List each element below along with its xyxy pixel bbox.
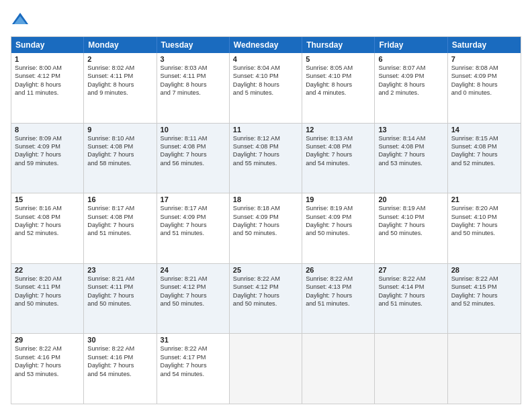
day-header-wednesday: Wednesday xyxy=(230,37,302,53)
day-cell-15: 15Sunrise: 8:16 AMSunset: 4:08 PMDayligh… xyxy=(11,193,84,263)
calendar-row-1: 8Sunrise: 8:09 AMSunset: 4:09 PMDaylight… xyxy=(11,123,521,193)
cell-text: Sunrise: 8:22 AMSunset: 4:12 PMDaylight:… xyxy=(233,275,298,308)
day-number: 23 xyxy=(87,266,152,274)
calendar-row-0: 1Sunrise: 8:00 AMSunset: 4:12 PMDaylight… xyxy=(11,53,521,123)
day-cell-8: 8Sunrise: 8:09 AMSunset: 4:09 PMDaylight… xyxy=(11,124,84,193)
day-number: 7 xyxy=(451,55,517,63)
day-number: 3 xyxy=(161,55,226,63)
cell-text: Sunrise: 8:10 AMSunset: 4:08 PMDaylight:… xyxy=(87,134,152,168)
calendar-header: SundayMondayTuesdayWednesdayThursdayFrid… xyxy=(11,37,521,53)
day-number: 16 xyxy=(87,195,152,203)
calendar-row-3: 22Sunrise: 8:20 AMSunset: 4:11 PMDayligh… xyxy=(11,263,521,334)
cell-text: Sunrise: 8:08 AMSunset: 4:09 PMDaylight:… xyxy=(451,64,517,97)
cell-text: Sunrise: 8:17 AMSunset: 4:08 PMDaylight:… xyxy=(87,204,152,238)
day-cell-3: 3Sunrise: 8:03 AMSunset: 4:11 PMDaylight… xyxy=(157,53,230,123)
day-cell-19: 19Sunrise: 8:19 AMSunset: 4:09 PMDayligh… xyxy=(302,193,375,263)
empty-cell xyxy=(448,334,521,404)
day-number: 19 xyxy=(306,195,371,203)
day-cell-12: 12Sunrise: 8:13 AMSunset: 4:08 PMDayligh… xyxy=(302,124,375,193)
day-number: 27 xyxy=(378,266,443,274)
cell-text: Sunrise: 8:22 AMSunset: 4:15 PMDaylight:… xyxy=(451,275,517,308)
cell-text: Sunrise: 8:05 AMSunset: 4:10 PMDaylight:… xyxy=(306,64,371,97)
page: SundayMondayTuesdayWednesdayThursdayFrid… xyxy=(0,0,532,411)
day-cell-4: 4Sunrise: 8:04 AMSunset: 4:10 PMDaylight… xyxy=(230,53,302,123)
cell-text: Sunrise: 8:22 AMSunset: 4:14 PMDaylight:… xyxy=(378,275,443,308)
cell-text: Sunrise: 8:19 AMSunset: 4:09 PMDaylight:… xyxy=(306,204,371,238)
cell-text: Sunrise: 8:03 AMSunset: 4:11 PMDaylight:… xyxy=(161,64,226,97)
day-cell-1: 1Sunrise: 8:00 AMSunset: 4:12 PMDaylight… xyxy=(11,53,84,123)
day-cell-7: 7Sunrise: 8:08 AMSunset: 4:09 PMDaylight… xyxy=(448,53,521,123)
day-cell-24: 24Sunrise: 8:21 AMSunset: 4:12 PMDayligh… xyxy=(157,264,230,334)
day-number: 17 xyxy=(161,195,226,203)
day-number: 29 xyxy=(15,336,80,344)
day-number: 15 xyxy=(15,195,80,203)
cell-text: Sunrise: 8:11 AMSunset: 4:08 PMDaylight:… xyxy=(161,134,226,168)
calendar-row-2: 15Sunrise: 8:16 AMSunset: 4:08 PMDayligh… xyxy=(11,193,521,263)
day-header-sunday: Sunday xyxy=(11,37,84,53)
day-number: 13 xyxy=(378,126,443,134)
empty-cell xyxy=(375,334,447,404)
empty-cell xyxy=(302,334,375,404)
day-number: 25 xyxy=(233,266,298,274)
day-number: 18 xyxy=(233,195,298,203)
cell-text: Sunrise: 8:20 AMSunset: 4:11 PMDaylight:… xyxy=(15,275,80,308)
cell-text: Sunrise: 8:15 AMSunset: 4:08 PMDaylight:… xyxy=(451,134,517,168)
day-number: 10 xyxy=(161,126,226,134)
day-cell-6: 6Sunrise: 8:07 AMSunset: 4:09 PMDaylight… xyxy=(375,53,447,123)
day-cell-25: 25Sunrise: 8:22 AMSunset: 4:12 PMDayligh… xyxy=(230,264,302,334)
cell-text: Sunrise: 8:20 AMSunset: 4:10 PMDaylight:… xyxy=(451,204,517,238)
day-header-monday: Monday xyxy=(84,37,157,53)
cell-text: Sunrise: 8:09 AMSunset: 4:09 PMDaylight:… xyxy=(15,134,80,168)
day-number: 21 xyxy=(451,195,517,203)
day-header-saturday: Saturday xyxy=(448,37,521,53)
cell-text: Sunrise: 8:04 AMSunset: 4:10 PMDaylight:… xyxy=(233,64,298,97)
cell-text: Sunrise: 8:12 AMSunset: 4:08 PMDaylight:… xyxy=(233,134,298,168)
day-number: 1 xyxy=(15,55,80,63)
day-number: 12 xyxy=(306,126,371,134)
day-number: 5 xyxy=(306,55,371,63)
cell-text: Sunrise: 8:17 AMSunset: 4:09 PMDaylight:… xyxy=(161,204,226,238)
cell-text: Sunrise: 8:13 AMSunset: 4:08 PMDaylight:… xyxy=(306,134,371,168)
day-cell-11: 11Sunrise: 8:12 AMSunset: 4:08 PMDayligh… xyxy=(230,124,302,193)
cell-text: Sunrise: 8:22 AMSunset: 4:16 PMDaylight:… xyxy=(15,345,80,378)
day-number: 20 xyxy=(378,195,443,203)
day-cell-28: 28Sunrise: 8:22 AMSunset: 4:15 PMDayligh… xyxy=(448,264,521,334)
cell-text: Sunrise: 8:02 AMSunset: 4:11 PMDaylight:… xyxy=(87,64,152,97)
empty-cell xyxy=(230,334,302,404)
calendar-body: 1Sunrise: 8:00 AMSunset: 4:12 PMDaylight… xyxy=(11,53,521,404)
day-cell-14: 14Sunrise: 8:15 AMSunset: 4:08 PMDayligh… xyxy=(448,124,521,193)
day-number: 31 xyxy=(161,336,226,344)
cell-text: Sunrise: 8:16 AMSunset: 4:08 PMDaylight:… xyxy=(15,204,80,238)
cell-text: Sunrise: 8:19 AMSunset: 4:10 PMDaylight:… xyxy=(378,204,443,238)
day-cell-5: 5Sunrise: 8:05 AMSunset: 4:10 PMDaylight… xyxy=(302,53,375,123)
calendar: SundayMondayTuesdayWednesdayThursdayFrid… xyxy=(11,36,521,404)
cell-text: Sunrise: 8:00 AMSunset: 4:12 PMDaylight:… xyxy=(15,64,80,97)
day-number: 22 xyxy=(15,266,80,274)
day-number: 2 xyxy=(87,55,152,63)
cell-text: Sunrise: 8:22 AMSunset: 4:13 PMDaylight:… xyxy=(306,275,371,308)
day-number: 8 xyxy=(15,126,80,134)
day-cell-30: 30Sunrise: 8:22 AMSunset: 4:16 PMDayligh… xyxy=(84,334,157,404)
day-cell-17: 17Sunrise: 8:17 AMSunset: 4:09 PMDayligh… xyxy=(157,193,230,263)
day-header-thursday: Thursday xyxy=(302,37,375,53)
day-number: 30 xyxy=(87,336,152,344)
day-cell-31: 31Sunrise: 8:22 AMSunset: 4:17 PMDayligh… xyxy=(157,334,230,404)
day-cell-20: 20Sunrise: 8:19 AMSunset: 4:10 PMDayligh… xyxy=(375,193,447,263)
cell-text: Sunrise: 8:22 AMSunset: 4:17 PMDaylight:… xyxy=(161,345,226,378)
day-cell-13: 13Sunrise: 8:14 AMSunset: 4:08 PMDayligh… xyxy=(375,124,447,193)
day-cell-26: 26Sunrise: 8:22 AMSunset: 4:13 PMDayligh… xyxy=(302,264,375,334)
day-number: 4 xyxy=(233,55,298,63)
day-header-tuesday: Tuesday xyxy=(157,37,230,53)
day-cell-2: 2Sunrise: 8:02 AMSunset: 4:11 PMDaylight… xyxy=(84,53,157,123)
day-number: 24 xyxy=(161,266,226,274)
day-cell-21: 21Sunrise: 8:20 AMSunset: 4:10 PMDayligh… xyxy=(448,193,521,263)
cell-text: Sunrise: 8:21 AMSunset: 4:12 PMDaylight:… xyxy=(161,275,226,308)
day-number: 9 xyxy=(87,126,152,134)
day-cell-23: 23Sunrise: 8:21 AMSunset: 4:11 PMDayligh… xyxy=(84,264,157,334)
day-cell-18: 18Sunrise: 8:18 AMSunset: 4:09 PMDayligh… xyxy=(230,193,302,263)
day-cell-9: 9Sunrise: 8:10 AMSunset: 4:08 PMDaylight… xyxy=(84,124,157,193)
day-cell-22: 22Sunrise: 8:20 AMSunset: 4:11 PMDayligh… xyxy=(11,264,84,334)
cell-text: Sunrise: 8:18 AMSunset: 4:09 PMDaylight:… xyxy=(233,204,298,238)
cell-text: Sunrise: 8:07 AMSunset: 4:09 PMDaylight:… xyxy=(378,64,443,97)
day-number: 28 xyxy=(451,266,517,274)
